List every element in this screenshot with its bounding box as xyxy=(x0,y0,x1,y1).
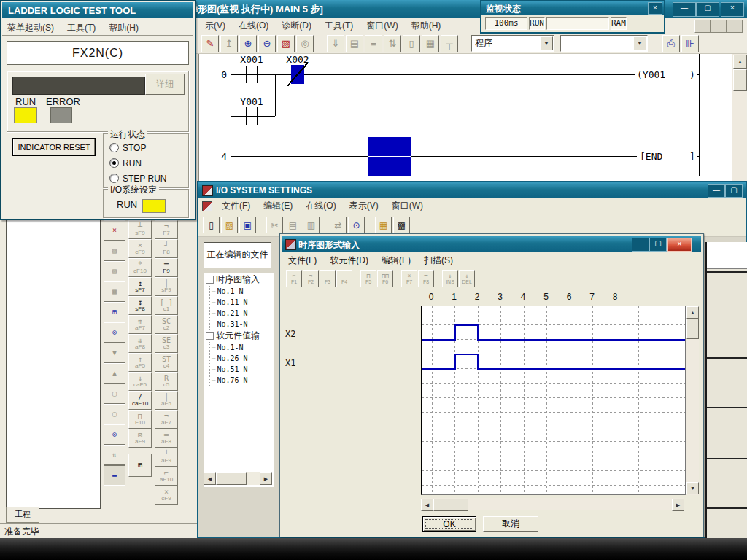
palette-button[interactable]: ▧ xyxy=(104,261,125,281)
toolbar-button[interactable]: ▥ xyxy=(303,217,320,233)
timing-tool-button[interactable]: _F3 xyxy=(320,270,336,287)
toolbar-button[interactable]: ┬ xyxy=(441,35,458,52)
test-tool-title-bar[interactable]: LADDER LOGIC TEST TOOL xyxy=(2,2,193,18)
device-combo[interactable]: ▼ xyxy=(560,35,648,52)
tree-root-item[interactable]: − 时序图输入 xyxy=(204,273,273,286)
menu-item[interactable]: 扫描(S) xyxy=(417,252,460,269)
toolbar-button[interactable]: ⊕ xyxy=(239,35,257,52)
palette-button[interactable]: ¬aF7 xyxy=(155,410,178,429)
timing-tool-button[interactable]: ×F7 xyxy=(401,270,417,287)
project-tab[interactable]: 工程 xyxy=(6,508,39,523)
ladder-vertical-scrollbar[interactable]: ▲ xyxy=(732,54,746,181)
palette-button[interactable]: ↧sF8 xyxy=(128,296,152,315)
palette-button[interactable]: ┴sF9 xyxy=(128,220,152,239)
palette-button[interactable]: ⊠aF9 xyxy=(128,429,152,448)
palette-button[interactable]: │aF5 xyxy=(155,391,178,410)
radio-icon[interactable] xyxy=(109,174,119,183)
palette-button[interactable]: ¬F7 xyxy=(155,220,178,239)
menu-item[interactable]: 文件(F) xyxy=(282,252,323,269)
menu-item[interactable]: 在线(O) xyxy=(232,18,275,34)
palette-button[interactable]: ⌐aF10 xyxy=(155,467,178,486)
timing-tool-button[interactable]: ‾F4 xyxy=(336,270,352,287)
menu-item[interactable]: 窗口(W) xyxy=(385,198,430,214)
palette-button[interactable]: ▼ xyxy=(104,343,125,363)
timing-chart[interactable] xyxy=(421,306,686,495)
palette-button[interactable]: [ ]c1 xyxy=(155,296,178,315)
scrollbar-thumb[interactable] xyxy=(433,499,468,511)
radio-icon[interactable] xyxy=(109,158,119,168)
tree-child-item[interactable]: ┈ No.76-N xyxy=(212,375,273,386)
palette-button[interactable]: │sF9 xyxy=(155,277,178,296)
cancel-button[interactable]: 取消 xyxy=(483,516,538,532)
toolbar-button[interactable]: ⊙ xyxy=(348,217,365,233)
tree-child-item[interactable]: ┈ No.1-N xyxy=(212,342,273,353)
palette-button[interactable]: ▢ xyxy=(104,404,125,424)
program-mode-combo[interactable]: 程序 ▼ xyxy=(471,35,554,52)
tree-child-item[interactable]: ┈ No.51-N xyxy=(212,364,273,375)
tree-child-item[interactable]: ┈ No.31-N xyxy=(212,319,273,330)
menu-item[interactable]: 帮助(H) xyxy=(102,20,145,34)
palette-button[interactable]: ×cF9 xyxy=(128,239,152,258)
chevron-down-icon[interactable]: ▼ xyxy=(633,36,646,50)
toolbar-button[interactable]: ▨ xyxy=(221,217,238,233)
close-button[interactable]: × xyxy=(667,238,692,252)
palette-button[interactable]: SCc2 xyxy=(155,315,178,334)
toolbar-button[interactable]: ⎙ xyxy=(662,35,680,52)
scroll-left-icon[interactable]: ◀ xyxy=(421,499,433,511)
palette-button[interactable]: ⊙ xyxy=(104,322,125,343)
palette-button[interactable]: ═F9 xyxy=(155,258,178,277)
toolbar-button[interactable]: ◎ xyxy=(296,35,314,52)
palette-button[interactable]: ↑aF5 xyxy=(128,353,152,372)
toolbar-button[interactable]: ≡ xyxy=(365,35,382,52)
menu-item[interactable]: 工具(T) xyxy=(61,20,102,34)
mdi-close-button[interactable] xyxy=(727,20,743,33)
timing-tool-button[interactable]: ⊓⊓F6 xyxy=(377,270,393,287)
palette-button[interactable]: Rc5 xyxy=(155,372,178,391)
toolbar-button[interactable]: ▨ xyxy=(277,35,295,52)
tree-child-item[interactable]: ┈ No.21-N xyxy=(212,308,273,319)
minimize-button[interactable]: — xyxy=(708,184,725,198)
menu-item[interactable]: 表示(V) xyxy=(343,198,385,214)
palette-button[interactable]: SEc3 xyxy=(155,334,178,353)
palette-button[interactable]: *cF10 xyxy=(128,258,152,277)
palette-button[interactable]: ⊞ xyxy=(128,454,152,477)
tree-child-item[interactable]: ┈ No.1-N xyxy=(212,286,273,297)
ladder-editor[interactable]: X001 Y001 X002 (Y001 ) [END ] 0 4 xyxy=(198,54,732,181)
scroll-right-icon[interactable]: ▶ xyxy=(672,499,684,511)
toolbar-button[interactable]: ⇅ xyxy=(384,35,401,52)
menu-item[interactable]: 示(V) xyxy=(198,18,232,34)
toolbar-button[interactable]: ⊖ xyxy=(258,35,276,52)
palette-button[interactable]: /caF10 xyxy=(128,391,152,410)
palette-button[interactable]: ═aF8 xyxy=(155,429,178,448)
timing-tool-button[interactable]: ⌐F1 xyxy=(286,270,302,287)
toolbar-button[interactable]: ⇄ xyxy=(330,217,347,233)
palette-button[interactable]: ⊙ xyxy=(104,424,125,445)
palette-button[interactable]: ×cF9 xyxy=(155,486,178,505)
radio-run-state[interactable]: RUN xyxy=(104,155,188,171)
scrollbar-thumb[interactable] xyxy=(733,69,747,91)
toolbar-button[interactable]: ▩ xyxy=(393,217,410,233)
palette-button[interactable]: ⇊aF8 xyxy=(128,334,152,353)
palette-button[interactable]: ⊓F10 xyxy=(128,410,152,429)
menu-item[interactable]: 编辑(E) xyxy=(257,198,299,214)
collapse-icon[interactable]: − xyxy=(206,332,214,340)
toolbar-button[interactable]: ✎ xyxy=(201,35,219,52)
scrollbar-thumb[interactable] xyxy=(686,319,699,339)
toolbar-button[interactable]: ▣ xyxy=(239,217,256,233)
mdi-restore-button[interactable] xyxy=(711,20,727,33)
menu-item[interactable]: 在线(O) xyxy=(299,198,342,214)
menu-item[interactable]: 帮助(H) xyxy=(405,18,448,34)
scroll-right-icon[interactable]: ▶ xyxy=(260,472,272,485)
palette-button[interactable]: ▲ xyxy=(104,363,125,384)
timing-title-bar[interactable]: 时序图形式输入 — ▢ × xyxy=(282,236,701,252)
toolbar-button[interactable]: ⇓ xyxy=(327,35,344,52)
monitor-title-bar[interactable]: 监视状态 × xyxy=(481,1,664,15)
maximize-button[interactable]: ▢ xyxy=(649,238,667,252)
timing-tool-button[interactable]: ↓INS xyxy=(442,270,458,287)
palette-button[interactable]: ┘aF9 xyxy=(155,448,178,467)
timing-tool-button[interactable]: ↓DEL xyxy=(459,270,475,287)
collapse-icon[interactable]: − xyxy=(206,276,214,284)
tree-root-item[interactable]: − 软元件值输 xyxy=(204,330,273,342)
toolbar-button[interactable]: ▤ xyxy=(285,217,301,233)
toolbar-button[interactable]: ▤ xyxy=(346,35,363,52)
